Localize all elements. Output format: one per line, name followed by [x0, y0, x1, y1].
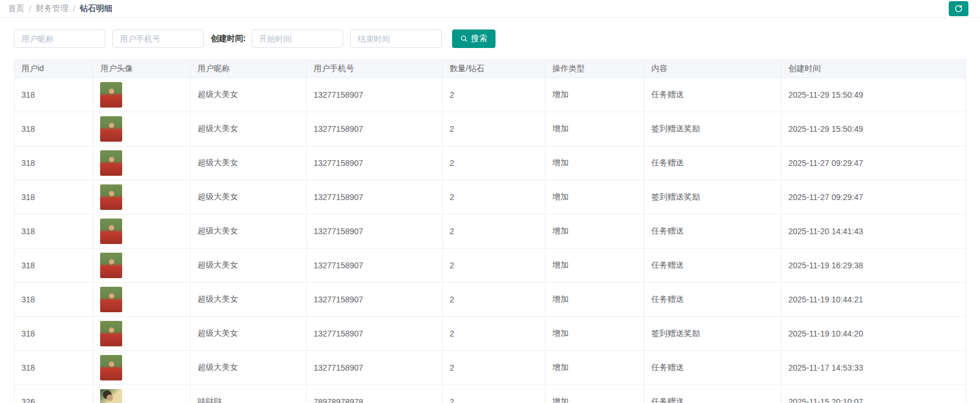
cell-created-at: 2025-11-17 14:53:33 [781, 351, 966, 385]
table-header-row: 用户id用户头像用户昵称用户手机号数量/钻石操作类型内容创建时间 [14, 60, 966, 78]
top-bar: 首页 / 财务管理 / 钻石明细 [0, 0, 980, 18]
column-header: 创建时间 [781, 60, 966, 78]
cell-user-id: 318 [14, 283, 93, 317]
main-content: 创建时间: 搜索 用户id用户头像用户昵称用户手机号数量/钻石操作类型内容创建时… [0, 18, 980, 403]
cell-phone: 78978978978 [306, 385, 442, 403]
cell-phone: 13277158907 [306, 249, 442, 283]
user-avatar-photo [100, 287, 122, 312]
cell-nickname: 超级大美女 [190, 249, 307, 283]
phone-input[interactable] [112, 29, 204, 48]
cell-amount: 2 [442, 215, 545, 249]
table-body: 318 超级大美女 13277158907 2 增加 任务赠送 2025-11-… [14, 78, 966, 403]
cell-op-type: 增加 [545, 215, 644, 249]
cell-avatar [93, 249, 190, 283]
cell-avatar [93, 180, 190, 215]
cell-op-type: 增加 [545, 385, 644, 403]
cell-avatar [93, 317, 190, 351]
cell-user-id: 318 [14, 180, 93, 215]
column-header: 用户id [14, 60, 93, 78]
cell-content: 任务赠送 [644, 351, 781, 385]
cell-created-at: 2025-11-27 09:29:47 [781, 146, 966, 180]
table-row: 318 超级大美女 13277158907 2 增加 任务赠送 2025-11-… [14, 146, 966, 180]
user-avatar-photo [100, 355, 122, 380]
column-header: 数量/钻石 [442, 60, 545, 78]
cell-content: 签到赠送奖励 [644, 317, 781, 351]
cell-user-id: 318 [14, 351, 93, 385]
cell-user-id: 318 [14, 215, 93, 249]
cell-amount: 2 [442, 146, 545, 180]
cell-nickname: 超级大美女 [190, 112, 307, 146]
user-avatar-photo [100, 253, 122, 278]
cell-avatar [93, 146, 190, 180]
cell-amount: 2 [442, 351, 545, 385]
table-row: 326 哇哒哒 78978978978 2 增加 任务赠送 2025-11-15… [14, 385, 966, 403]
breadcrumb-separator: / [29, 4, 31, 13]
cell-content: 任务赠送 [644, 78, 781, 112]
cell-avatar [93, 385, 190, 403]
nickname-input[interactable] [14, 29, 105, 48]
cell-phone: 13277158907 [306, 283, 442, 317]
table-row: 318 超级大美女 13277158907 2 增加 任务赠送 2025-11-… [14, 78, 966, 112]
end-time-input[interactable] [350, 29, 442, 48]
cell-phone: 13277158907 [306, 146, 442, 180]
cell-user-id: 318 [14, 78, 93, 112]
cell-content: 签到赠送奖励 [644, 180, 781, 215]
cell-amount: 2 [442, 78, 545, 112]
cell-op-type: 增加 [545, 180, 644, 215]
user-avatar-photo [100, 321, 122, 346]
cell-content: 任务赠送 [644, 215, 781, 249]
cell-nickname: 超级大美女 [190, 146, 307, 180]
column-header: 用户头像 [93, 60, 190, 78]
cell-avatar [93, 78, 190, 112]
cell-nickname: 超级大美女 [190, 351, 307, 385]
cell-op-type: 增加 [545, 249, 644, 283]
cell-phone: 13277158907 [306, 215, 442, 249]
cell-op-type: 增加 [545, 283, 644, 317]
cell-created-at: 2025-11-19 10:44:20 [781, 317, 966, 351]
table-row: 318 超级大美女 13277158907 2 增加 任务赠送 2025-11-… [14, 249, 966, 283]
cell-user-id: 318 [14, 317, 93, 351]
cell-avatar [93, 283, 190, 317]
breadcrumb-current-page: 钻石明细 [80, 3, 112, 14]
user-avatar-photo [100, 82, 122, 108]
cell-content: 任务赠送 [644, 283, 781, 317]
cell-phone: 13277158907 [306, 78, 442, 112]
breadcrumb-finance[interactable]: 财务管理 [36, 3, 68, 14]
diamond-detail-table: 用户id用户头像用户昵称用户手机号数量/钻石操作类型内容创建时间 318 超级大… [14, 60, 966, 403]
cell-created-at: 2025-11-19 10:44:21 [781, 283, 966, 317]
cell-op-type: 增加 [545, 317, 644, 351]
cell-amount: 2 [442, 112, 545, 146]
table-row: 318 超级大美女 13277158907 2 增加 签到赠送奖励 2025-1… [14, 180, 966, 215]
search-icon [460, 35, 468, 43]
cell-created-at: 2025-11-15 20:10:07 [781, 385, 966, 403]
user-avatar-photo [100, 150, 122, 176]
cell-phone: 13277158907 [306, 351, 442, 385]
breadcrumb-separator: / [73, 4, 75, 13]
cell-op-type: 增加 [545, 78, 644, 112]
table-row: 318 超级大美女 13277158907 2 增加 任务赠送 2025-11-… [14, 215, 966, 249]
cell-created-at: 2025-11-19 16:29:38 [781, 249, 966, 283]
created-time-label: 创建时间: [211, 34, 246, 44]
cell-amount: 2 [442, 180, 545, 215]
table-row: 318 超级大美女 13277158907 2 增加 签到赠送奖励 2025-1… [14, 112, 966, 146]
cell-content: 任务赠送 [644, 146, 781, 180]
cell-phone: 13277158907 [306, 180, 442, 215]
breadcrumb: 首页 / 财务管理 / 钻石明细 [8, 3, 112, 14]
cell-content: 任务赠送 [644, 385, 781, 403]
search-button-label: 搜索 [471, 34, 487, 44]
cell-nickname: 超级大美女 [190, 180, 307, 215]
table-row: 318 超级大美女 13277158907 2 增加 任务赠送 2025-11-… [14, 351, 966, 385]
breadcrumb-home[interactable]: 首页 [8, 3, 24, 14]
search-button[interactable]: 搜索 [452, 29, 495, 48]
cell-nickname: 超级大美女 [190, 215, 307, 249]
cell-avatar [93, 215, 190, 249]
page-refresh-button[interactable] [949, 1, 968, 16]
cell-user-id: 318 [14, 249, 93, 283]
table-row: 318 超级大美女 13277158907 2 增加 签到赠送奖励 2025-1… [14, 317, 966, 351]
user-avatar-photo [100, 219, 122, 244]
start-time-input[interactable] [252, 29, 343, 48]
cell-user-id: 318 [14, 112, 93, 146]
cell-created-at: 2025-11-20 14:41:43 [781, 215, 966, 249]
cell-amount: 2 [442, 283, 545, 317]
cell-nickname: 超级大美女 [190, 283, 307, 317]
